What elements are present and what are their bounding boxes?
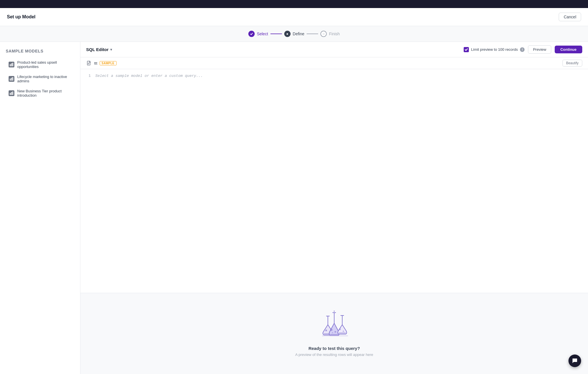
preview-title: Ready to test this query? [308,346,360,351]
editor-right: Limit preview to 100 records i Preview C… [464,45,582,54]
svg-point-19 [334,311,335,312]
code-line-1: 1 Select a sample model or enter a custo… [86,74,582,78]
bar-chart-icon-1 [9,62,14,67]
continue-button[interactable]: Continue [555,46,582,53]
bar-chart-icon-2 [9,76,14,82]
step-define-circle: ● [284,31,291,37]
sidebar-item-lifecycle[interactable]: Lifecycle marketing to inactive admins [6,72,74,85]
svg-rect-3 [10,79,11,81]
step-select: Select [248,31,268,37]
line-number-1: 1 [86,74,91,78]
svg-point-16 [330,329,332,331]
sql-editor-label[interactable]: SQL Editor ▾ [86,47,112,52]
step-finish: ○ Finish [320,31,340,37]
svg-rect-6 [10,93,11,95]
chat-button[interactable] [568,354,581,367]
editor-area: SQL Editor ▾ Limit preview to 100 record… [80,42,588,374]
svg-point-17 [334,331,336,333]
sidebar: Sample Models Product-led sales upsell o… [0,42,80,374]
svg-point-21 [339,328,341,330]
cancel-button[interactable]: Cancel [559,13,581,21]
preview-button[interactable]: Preview [528,45,551,54]
limit-preview-checkbox[interactable] [464,47,469,52]
sql-editor-text: SQL Editor [86,47,109,52]
step-finish-circle: ○ [320,31,327,37]
modal-title: Set up Model [7,14,36,20]
svg-rect-8 [12,91,13,95]
sidebar-title: Sample Models [6,49,74,53]
beautify-button[interactable]: Beautify [562,60,582,67]
editor-toolbar: SQL Editor ▾ Limit preview to 100 record… [80,42,588,57]
svg-rect-1 [11,63,12,66]
step-select-circle [248,31,255,37]
sidebar-item-text-new-business: New Business Tier product introduction [17,89,71,98]
modal-header: Set up Model Cancel [0,8,588,26]
editor-left: SQL Editor ▾ [86,47,112,52]
svg-point-13 [325,330,327,331]
svg-rect-4 [11,78,12,81]
code-placeholder: Select a sample model or enter a custom … [95,74,203,78]
sample-badge: SAMPLE [100,61,117,65]
sidebar-item-product-led[interactable]: Product-led sales upsell opportunities [6,58,74,71]
step-select-label: Select [257,32,268,36]
svg-rect-5 [12,77,13,81]
sidebar-item-new-business[interactable]: New Business Tier product introduction [6,87,74,100]
stepper: Select ● Define ○ Finish [0,26,588,42]
limit-preview-control: Limit preview to 100 records i [464,47,525,52]
limit-preview-label: Limit preview to 100 records [471,47,518,52]
sidebar-item-text-product-led: Product-led sales upsell opportunities [17,60,71,69]
preview-subtitle: A preview of the resulting rows will app… [295,352,373,357]
tab-name: ttt [94,61,97,65]
svg-point-22 [343,331,344,332]
preview-area: Ready to test this query? A preview of t… [80,293,588,374]
svg-rect-0 [10,64,11,66]
file-icon [86,60,92,66]
step-connector-2 [307,34,318,34]
step-finish-label: Finish [329,32,340,36]
preview-illustration [317,310,351,340]
code-editor[interactable]: 1 Select a sample model or enter a custo… [80,69,588,293]
step-define-label: Define [293,32,304,36]
step-define: ● Define [284,31,304,37]
chevron-down-icon: ▾ [110,48,112,52]
sidebar-item-text-lifecycle: Lifecycle marketing to inactive admins [17,75,71,83]
modal-container: Set up Model Cancel Select ● Define ○ Fi… [0,8,588,374]
svg-rect-7 [11,92,12,95]
top-bar [0,0,588,8]
tab-left: ttt SAMPLE [86,60,117,66]
bar-chart-icon-3 [9,90,14,96]
info-icon[interactable]: i [520,47,525,52]
flask-right [338,315,347,334]
editor-tab-bar: ttt SAMPLE Beautify [80,57,588,69]
main-content: Sample Models Product-led sales upsell o… [0,42,588,374]
svg-point-18 [332,332,333,333]
svg-rect-2 [12,63,13,66]
step-connector-1 [270,34,282,34]
